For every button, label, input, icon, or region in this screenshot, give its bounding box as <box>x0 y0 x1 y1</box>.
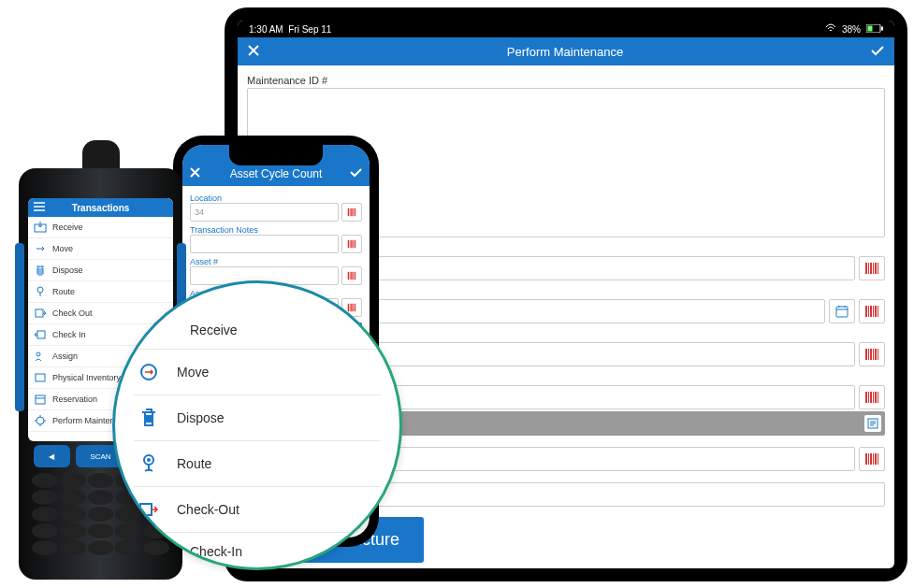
zoom-label: Route <box>177 456 211 471</box>
keypad-key[interactable] <box>60 507 86 522</box>
scanner-title: Transactions <box>72 203 130 213</box>
battery-pct: 38% <box>842 24 861 35</box>
tx-label: Check In <box>52 330 86 339</box>
tx-item-checkout[interactable]: Check Out <box>28 303 173 324</box>
svg-rect-16 <box>140 504 152 515</box>
svg-rect-7 <box>36 309 43 317</box>
keypad-key[interactable] <box>88 473 114 488</box>
battery-icon <box>866 24 883 35</box>
barcode-icon[interactable] <box>341 235 362 253</box>
tx-label: Check Out <box>52 308 93 318</box>
svg-point-6 <box>37 287 43 293</box>
scanner-header: Transactions <box>28 198 173 217</box>
note-icon[interactable] <box>864 415 881 432</box>
check-icon[interactable] <box>350 167 362 180</box>
svg-point-12 <box>36 417 44 424</box>
keypad-key[interactable] <box>143 540 169 555</box>
tablet-status-bar: 1:30 AM Fri Sep 11 38% <box>238 21 894 37</box>
tx-label: Dispose <box>52 265 83 275</box>
tablet-header: Perform Maintenance <box>238 37 894 65</box>
zoom-circle: Receive Move Dispose Route Check-Out Che… <box>112 280 402 570</box>
keypad-key[interactable] <box>32 523 58 538</box>
status-time: 1:30 AM <box>249 24 283 35</box>
zoom-label: Receive <box>190 323 238 337</box>
asset-num-label: Asset # <box>190 257 362 266</box>
trash-icon <box>138 407 160 429</box>
location-label: Location <box>190 194 362 203</box>
zoom-label: Check-Out <box>177 502 239 517</box>
keypad-key[interactable] <box>60 540 86 555</box>
location-input[interactable] <box>190 203 339 222</box>
zoom-label: Move <box>177 365 209 380</box>
barcode-icon[interactable] <box>859 447 885 471</box>
zoom-item-route[interactable]: Route <box>134 441 381 487</box>
status-date: Fri Sep 11 <box>288 24 331 35</box>
phone-title: Asset Cycle Count <box>230 167 323 180</box>
barcode-icon[interactable] <box>859 342 885 366</box>
svg-rect-1 <box>868 25 873 31</box>
tx-item-dispose[interactable]: Dispose <box>28 260 173 281</box>
keypad-key[interactable] <box>115 540 141 555</box>
wifi-icon <box>825 23 836 35</box>
move-icon <box>138 361 160 383</box>
pin-icon <box>138 452 160 475</box>
svg-rect-3 <box>836 307 848 317</box>
zoom-item-dispose[interactable]: Dispose <box>134 395 381 441</box>
svg-rect-2 <box>881 26 883 30</box>
keypad-key[interactable] <box>88 490 114 505</box>
barcode-icon[interactable] <box>341 266 362 285</box>
tx-item-receive[interactable]: Receive <box>28 217 173 238</box>
hamburger-icon[interactable] <box>34 202 45 213</box>
tx-label: Physical Inventory <box>52 373 121 382</box>
svg-rect-11 <box>36 395 45 404</box>
check-icon[interactable] <box>870 44 885 60</box>
tx-label: Reservation <box>52 394 97 404</box>
svg-point-9 <box>36 352 40 356</box>
keypad-key[interactable] <box>88 523 114 538</box>
page-title: Perform Maintenance <box>260 45 870 59</box>
close-icon[interactable] <box>190 167 200 180</box>
barcode-icon[interactable] <box>859 256 885 280</box>
keypad-key[interactable] <box>32 473 58 488</box>
barcode-icon[interactable] <box>859 385 885 409</box>
zoom-item-move[interactable]: Move <box>134 350 381 395</box>
tx-item-route[interactable]: Route <box>28 281 173 303</box>
close-icon[interactable] <box>247 44 260 60</box>
tx-item-move[interactable]: Move <box>28 238 173 260</box>
keypad-key[interactable] <box>60 523 86 538</box>
barcode-icon[interactable] <box>341 203 362 222</box>
keypad-key[interactable] <box>60 473 86 488</box>
svg-point-15 <box>147 458 151 462</box>
keypad-key[interactable] <box>115 523 141 538</box>
tx-notes-label: Transaction Notes <box>190 225 362 235</box>
tx-notes-input[interactable] <box>190 235 339 253</box>
keypad-key[interactable] <box>60 490 86 505</box>
scanner-side-button <box>15 243 24 411</box>
keypad-key[interactable] <box>88 507 114 522</box>
zoom-list: Receive Move Dispose Route Check-Out Che… <box>115 283 399 570</box>
keypad-key[interactable] <box>32 540 58 555</box>
keypad-key[interactable] <box>32 507 58 522</box>
tx-label: Move <box>52 244 73 253</box>
zoom-item-receive[interactable]: Receive <box>134 311 381 350</box>
svg-rect-10 <box>36 374 45 381</box>
tx-label: Route <box>52 287 75 296</box>
calendar-icon[interactable] <box>829 299 855 323</box>
tx-label: Assign <box>52 351 78 361</box>
zoom-label: Dispose <box>177 410 225 425</box>
zoom-item-checkout[interactable]: Check-Out <box>134 487 381 533</box>
zoom-label: Check-In <box>190 544 242 559</box>
svg-rect-8 <box>37 331 45 338</box>
tx-label: Receive <box>52 222 83 232</box>
keypad-key[interactable] <box>115 507 141 522</box>
keypad-key[interactable] <box>88 540 114 555</box>
keypad-key[interactable] <box>32 490 58 505</box>
barcode-icon[interactable] <box>859 299 885 323</box>
scan-left-button[interactable]: ◀ <box>34 445 70 467</box>
phone-notch <box>229 145 323 165</box>
maint-id-label: Maintenance ID # <box>247 75 885 86</box>
